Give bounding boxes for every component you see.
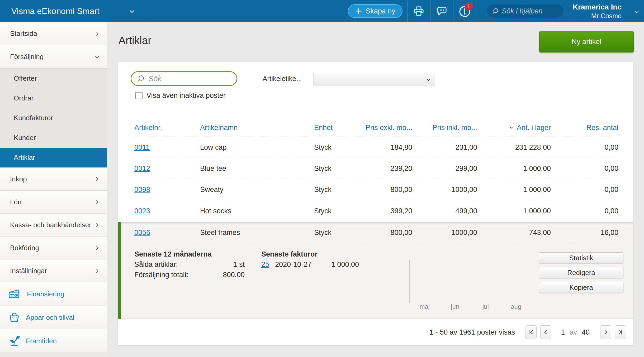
column-header-artikelnr[interactable]: Artikelnr. xyxy=(134,124,200,132)
article-action-buttons: Statistik Redigera Kopiera xyxy=(539,252,623,293)
article-number-link[interactable]: 0056 xyxy=(134,229,150,237)
show-inactive-checkbox[interactable] xyxy=(135,92,143,99)
copy-button[interactable]: Kopiera xyxy=(539,282,623,293)
sidebar-item-ordrar[interactable]: Ordrar xyxy=(0,88,107,108)
new-article-button[interactable]: Ny artikel xyxy=(539,31,634,52)
sidebar-item-label: Inställningar xyxy=(10,267,47,275)
sidebar-item-bokforing[interactable]: Bokföring xyxy=(0,237,107,259)
topbar: Visma eEkonomi Smart Skapa ny xyxy=(0,0,644,22)
article-unit: Styck xyxy=(314,165,361,173)
chat-bubble-icon xyxy=(435,5,448,17)
article-number-link[interactable]: 0012 xyxy=(134,165,150,172)
sidebar-item-kundfakturor[interactable]: Kundfakturor xyxy=(0,108,107,128)
chart-tick-label: jul xyxy=(470,303,501,310)
sidebar-item-startsida[interactable]: Startsida xyxy=(0,22,107,45)
stock-qty: 1 000,00 xyxy=(477,207,551,215)
sidebar-item-appar-och-tillval[interactable]: Appar och tillval xyxy=(0,306,107,329)
price-excl: 399,20 xyxy=(361,207,412,215)
column-header-ant-i-lager[interactable]: Ant. i lager xyxy=(477,124,551,132)
latest-invoices-block: Senaste fakturor 25 2020-10-27 1 000,00 xyxy=(261,249,359,270)
topbar-divider xyxy=(145,0,145,22)
article-number-link[interactable]: 0011 xyxy=(134,143,150,151)
sales-total-label: Försäljning totalt: xyxy=(134,270,189,280)
latest-invoices-title: Senaste fakturor xyxy=(261,249,359,259)
edit-button-label: Redigera xyxy=(567,269,595,277)
price-excl: 184,80 xyxy=(361,143,412,152)
search-icon xyxy=(137,74,145,83)
column-header-artikelnamn[interactable]: Artikelnamn xyxy=(200,124,314,132)
chevron-right-icon xyxy=(94,176,100,182)
sidebar-item-kassa-och-bankhandelser[interactable]: Kassa- och bankhändelser xyxy=(0,214,107,237)
new-article-label: Ny artikel xyxy=(572,38,602,46)
sidebar-item-label: Bokföring xyxy=(10,244,39,252)
article-label-select[interactable] xyxy=(314,73,435,85)
price-excl: 800,00 xyxy=(361,186,412,194)
sold-articles-value: 1 st xyxy=(233,259,245,270)
chevron-down-icon[interactable] xyxy=(129,8,135,15)
help-search-input[interactable] xyxy=(502,7,559,15)
price-excl: 800,00 xyxy=(361,229,412,237)
article-number-link[interactable]: 0098 xyxy=(134,186,150,194)
sidebar-item-forsaljning[interactable]: Försäljning xyxy=(0,45,107,69)
column-header-pris-exkl[interactable]: Pris exkl. mo... xyxy=(361,124,412,132)
sidebar-item-label: Appar och tillval xyxy=(26,313,74,322)
column-header-enhet[interactable]: Enhet xyxy=(314,124,361,132)
article-search xyxy=(131,71,237,86)
topbar-divider xyxy=(570,0,570,22)
article-search-input[interactable] xyxy=(148,74,231,83)
article-unit: Styck xyxy=(314,143,361,152)
stock-qty: 231 228,00 xyxy=(477,143,551,152)
table-row[interactable]: 0023 Hot socks Styck 399,20 499,00 1 000… xyxy=(134,200,618,221)
print-button[interactable] xyxy=(408,0,430,22)
articles-table: Artikelnr. Artikelnamn Enhet Pris exkl. … xyxy=(134,119,631,221)
sidebar-item-artiklar[interactable]: Artiklar xyxy=(0,148,107,167)
create-new-button[interactable]: Skapa ny xyxy=(348,4,402,18)
sold-articles-label: Sålda artiklar: xyxy=(134,259,178,270)
article-number-link[interactable]: 0023 xyxy=(134,207,150,215)
sales-total-value: 800,00 xyxy=(223,270,245,280)
article-name: Hot socks xyxy=(200,207,314,215)
total-pages: 40 xyxy=(582,328,590,336)
sidebar-item-label: Kunder xyxy=(14,134,36,142)
invoice-number-link[interactable]: 25 xyxy=(261,259,269,270)
sidebar-item-framtiden[interactable]: Framtiden xyxy=(0,329,107,353)
sidebar-item-label: Offerter xyxy=(14,74,37,83)
sidebar-item-offerter[interactable]: Offerter xyxy=(0,69,107,88)
sidebar-item-finansiering[interactable]: Finansiering xyxy=(0,282,107,306)
next-page-button[interactable] xyxy=(600,325,611,339)
reserved-qty: 0,00 xyxy=(551,143,618,152)
notifications-button[interactable]: 1 xyxy=(453,0,476,22)
column-header-res-antal[interactable]: Res. antal xyxy=(551,124,618,132)
show-inactive-row[interactable]: Visa även inaktiva poster xyxy=(135,91,226,100)
sidebar-item-kunder[interactable]: Kunder xyxy=(0,128,107,148)
expanded-article-section: 0056 Steel frames Styck 800,00 1000,00 7… xyxy=(118,222,633,319)
credit-card-icon xyxy=(8,288,22,300)
column-header-label: Pris inkl. mo... xyxy=(432,124,477,132)
statistics-button[interactable]: Statistik xyxy=(539,252,623,263)
column-header-label: Pris exkl. mo... xyxy=(366,124,412,132)
article-unit: Styck xyxy=(314,229,361,237)
last-12-months-block: Senaste 12 månaderna Sålda artiklar: 1 s… xyxy=(134,249,245,280)
previous-page-button[interactable] xyxy=(540,325,551,339)
sidebar-item-inkop[interactable]: Inköp xyxy=(0,168,107,191)
edit-button[interactable]: Redigera xyxy=(539,267,623,278)
first-page-button[interactable] xyxy=(525,325,537,339)
chevron-right-icon xyxy=(94,222,100,228)
chevron-down-icon[interactable] xyxy=(633,9,640,15)
app-title[interactable]: Visma eEkonomi Smart xyxy=(11,0,100,22)
feedback-button[interactable] xyxy=(430,0,453,22)
sidebar-item-label: Finansiering xyxy=(27,290,64,298)
table-row[interactable]: 0012 Blue tee Styck 239,20 299,00 1 000,… xyxy=(134,158,618,179)
notification-badge: 1 xyxy=(465,2,473,10)
table-row[interactable]: 0011 Low cap Styck 184,80 231,00 231 228… xyxy=(134,137,618,158)
user-menu[interactable]: Kramerica Inc Mr Cosmo xyxy=(573,2,622,20)
table-row[interactable]: 0098 Sweaty Styck 800,00 1000,00 1 000,0… xyxy=(134,179,618,200)
column-header-pris-inkl[interactable]: Pris inkl. mo... xyxy=(412,124,477,132)
last-page-button[interactable] xyxy=(615,325,626,339)
table-row-selected[interactable]: 0056 Steel frames Styck 800,00 1000,00 7… xyxy=(134,222,631,243)
chevron-right-icon xyxy=(94,199,100,205)
sidebar-item-installningar[interactable]: Inställningar xyxy=(0,259,107,282)
sidebar-item-lon[interactable]: Lön xyxy=(0,191,107,214)
search-icon xyxy=(492,7,499,15)
stock-qty: 1 000,00 xyxy=(477,186,551,194)
